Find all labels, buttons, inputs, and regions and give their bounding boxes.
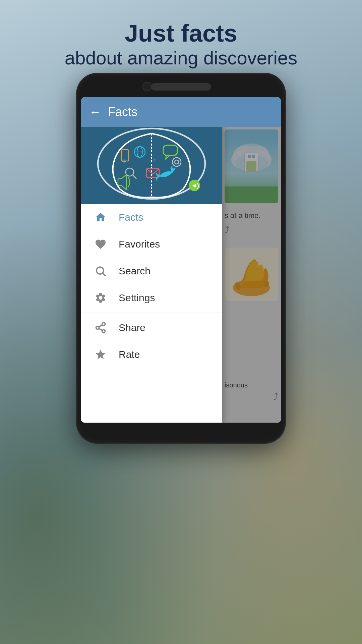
drawer-header: ◄) + + bbox=[81, 127, 222, 204]
menu-item-search[interactable]: Search bbox=[81, 258, 222, 284]
menu-item-share[interactable]: Share bbox=[81, 314, 222, 341]
nav-drawer-overlay: ◄) + + bbox=[81, 127, 281, 423]
svg-point-57 bbox=[97, 267, 104, 274]
nav-drawer: ◄) + + bbox=[81, 127, 222, 423]
search-label: Search bbox=[119, 265, 150, 277]
star-icon bbox=[92, 346, 109, 363]
svg-text:+: + bbox=[153, 157, 157, 163]
search-icon bbox=[92, 262, 109, 280]
facts-label: Facts bbox=[119, 212, 143, 223]
main-title: Just facts bbox=[0, 20, 362, 47]
app-bar-title: Facts bbox=[108, 105, 137, 119]
svg-point-59 bbox=[102, 323, 105, 326]
svg-text:+: + bbox=[122, 157, 126, 165]
share-icon bbox=[92, 319, 109, 336]
heart-icon bbox=[92, 235, 109, 253]
phone-speaker bbox=[151, 83, 211, 91]
phone-device: ← Facts bbox=[77, 74, 285, 443]
main-subtitle: abdout amazing discoveries bbox=[0, 47, 362, 69]
settings-label: Settings bbox=[119, 292, 155, 304]
screen-content: ◄) + + + bbox=[81, 127, 281, 423]
svg-line-62 bbox=[99, 328, 102, 330]
header-section: Just facts abdout amazing discoveries bbox=[0, 20, 362, 69]
drawer-scrim[interactable] bbox=[222, 127, 281, 423]
svg-text:◄): ◄) bbox=[191, 182, 199, 189]
share-label: Share bbox=[119, 322, 145, 333]
svg-point-61 bbox=[102, 330, 105, 333]
svg-line-58 bbox=[103, 273, 106, 276]
svg-line-63 bbox=[99, 325, 102, 327]
menu-divider bbox=[81, 313, 222, 313]
menu-item-settings[interactable]: Settings bbox=[81, 284, 222, 311]
back-button[interactable]: ← bbox=[89, 105, 101, 119]
home-icon bbox=[92, 209, 109, 226]
drawer-menu: Facts Favorites bbox=[81, 204, 222, 423]
menu-item-rate[interactable]: Rate bbox=[81, 341, 222, 368]
settings-icon bbox=[92, 289, 109, 307]
rate-label: Rate bbox=[119, 349, 140, 360]
menu-item-favorites[interactable]: Favorites bbox=[81, 231, 222, 258]
phone-camera bbox=[142, 82, 152, 91]
app-bar: ← Facts bbox=[81, 97, 281, 127]
phone-screen: ← Facts bbox=[81, 97, 281, 423]
menu-item-facts[interactable]: Facts bbox=[81, 204, 222, 231]
svg-point-60 bbox=[96, 326, 99, 329]
favorites-label: Favorites bbox=[119, 238, 160, 250]
